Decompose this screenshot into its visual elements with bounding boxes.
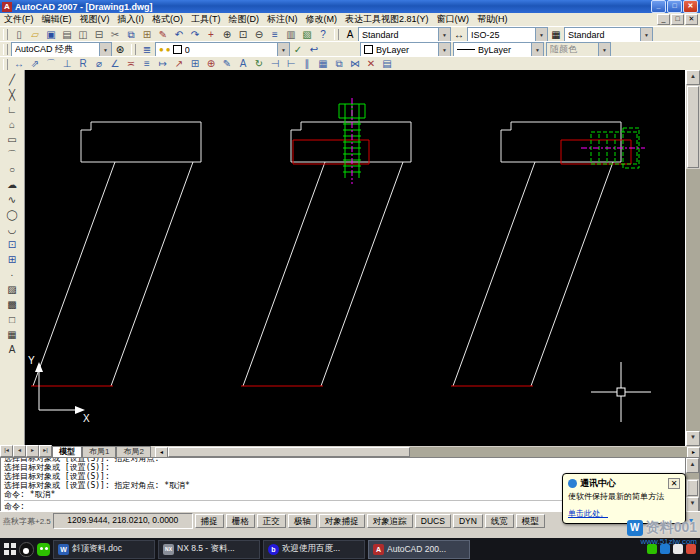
menu-item[interactable]: 插入(I): [114, 13, 149, 26]
match-properties-icon[interactable]: ✎: [155, 28, 171, 42]
mdi-close-button[interactable]: ✕: [685, 14, 698, 25]
canvas-vertical-scrollbar[interactable]: ▲ ▼: [685, 70, 700, 446]
insert-block-icon[interactable]: ⊡: [4, 237, 20, 252]
radius-dimension-icon[interactable]: R: [75, 57, 91, 71]
ordinate-dimension-icon[interactable]: ⊥: [59, 57, 75, 71]
table-icon[interactable]: ▦: [4, 327, 20, 342]
copy-icon[interactable]: ⧉: [123, 28, 139, 42]
menu-item[interactable]: 表达工具视图2.81(Y): [341, 13, 433, 26]
toolbar-grip[interactable]: [3, 59, 8, 70]
publish-icon[interactable]: ⊟: [91, 28, 107, 42]
point-icon[interactable]: ∙: [4, 267, 20, 282]
layer-properties-icon[interactable]: ≣: [139, 43, 155, 57]
menu-item[interactable]: 标注(N): [263, 13, 302, 26]
hatch-icon[interactable]: ▨: [4, 282, 20, 297]
gradient-icon[interactable]: ▩: [4, 297, 20, 312]
layer-select[interactable]: ●● 0: [155, 42, 290, 57]
chevron-down-icon[interactable]: [277, 43, 289, 56]
status-toggle-button[interactable]: 线宽: [485, 514, 514, 528]
chevron-down-icon[interactable]: [535, 28, 547, 41]
chevron-down-icon[interactable]: [531, 43, 543, 56]
ellipse-arc-icon[interactable]: ◡: [4, 222, 20, 237]
scrollbar-track[interactable]: [686, 473, 699, 479]
scroll-up-icon[interactable]: ▲: [686, 458, 699, 473]
status-toggle-button[interactable]: 模型: [516, 514, 545, 528]
drawing-canvas[interactable]: Y X: [25, 70, 685, 446]
dimension-text-edit-icon[interactable]: A: [235, 57, 251, 71]
taskbar-item-nx[interactable]: NX NX 8.5 - 资料...: [158, 540, 260, 559]
arc-length-icon[interactable]: ⌒: [43, 57, 59, 71]
center-mark-icon[interactable]: ⊕: [203, 57, 219, 71]
rectangle-icon[interactable]: ▭: [4, 132, 20, 147]
workspace-settings-icon[interactable]: ⊛: [112, 43, 128, 57]
menu-item[interactable]: 帮助(H): [473, 13, 512, 26]
dim-style-icon[interactable]: ↔: [451, 28, 467, 42]
model-space-canvas[interactable]: Y X: [25, 70, 685, 446]
scroll-down-icon[interactable]: ▼: [686, 497, 699, 512]
tab-prev-icon[interactable]: ◂: [13, 445, 26, 457]
status-toggle-button[interactable]: 正交: [257, 514, 286, 528]
canvas-horizontal-scrollbar[interactable]: ◂ ▸: [155, 447, 700, 457]
help-icon[interactable]: ?: [315, 28, 331, 42]
menu-item[interactable]: 工具(T): [187, 13, 225, 26]
save-icon[interactable]: ▣: [43, 28, 59, 42]
coordinates-readout[interactable]: 1209.9444, 218.0210, 0.0000: [53, 513, 193, 529]
angular-dimension-icon[interactable]: ∠: [107, 57, 123, 71]
workspace-select[interactable]: AutoCAD 经典: [11, 42, 112, 57]
tab-layout1[interactable]: 布局1: [82, 446, 116, 457]
scroll-up-icon[interactable]: ▲: [686, 70, 700, 85]
dim-style-select[interactable]: ISO-25: [467, 27, 548, 42]
diameter-dimension-icon[interactable]: ⌀: [91, 57, 107, 71]
chevron-down-icon[interactable]: [99, 43, 111, 56]
plot-preview-icon[interactable]: ◫: [75, 28, 91, 42]
tab-layout2[interactable]: 布局2: [116, 446, 150, 457]
erase-icon[interactable]: ✕: [363, 57, 379, 71]
status-toggle-button[interactable]: 极轴: [288, 514, 317, 528]
taskbar-item-browser[interactable]: b 欢迎使用百度...: [263, 540, 365, 559]
tab-model[interactable]: 模型: [52, 446, 82, 457]
arc-icon[interactable]: ⌒: [4, 147, 20, 162]
minimize-button[interactable]: _: [651, 0, 666, 13]
zoom-realtime-icon[interactable]: ⊕: [219, 28, 235, 42]
aligned-dimension-icon[interactable]: ⇗: [27, 57, 43, 71]
text-style-select[interactable]: Standard: [358, 27, 451, 42]
layer-previous-icon[interactable]: ↩: [306, 43, 322, 57]
line-icon[interactable]: ╱: [4, 72, 20, 87]
spline-icon[interactable]: ∿: [4, 192, 20, 207]
menu-item[interactable]: 文件(F): [0, 13, 38, 26]
continue-dimension-icon[interactable]: ↦: [155, 57, 171, 71]
make-block-icon[interactable]: ⊞: [4, 252, 20, 267]
menu-item[interactable]: 窗口(W): [433, 13, 474, 26]
tab-first-icon[interactable]: |◂: [0, 445, 13, 457]
trim-icon[interactable]: ⊣: [267, 57, 283, 71]
offset-icon[interactable]: ∥: [299, 57, 315, 71]
new-file-icon[interactable]: ▯: [11, 28, 27, 42]
balloon-close-icon[interactable]: ✕: [668, 478, 680, 489]
command-scrollbar[interactable]: ▲ ▼: [685, 458, 699, 512]
dimension-edit-icon[interactable]: ✎: [219, 57, 235, 71]
circle-icon[interactable]: ○: [4, 162, 20, 177]
qq-icon[interactable]: [19, 542, 34, 557]
status-toggle-button[interactable]: 栅格: [226, 514, 255, 528]
plot-icon[interactable]: ▤: [59, 28, 75, 42]
windows-start-icon[interactable]: [4, 543, 16, 555]
balloon-link[interactable]: 单击此处。: [568, 509, 608, 518]
baseline-dimension-icon[interactable]: ≡: [139, 57, 155, 71]
close-button[interactable]: ✕: [683, 0, 698, 13]
tool-palettes-icon[interactable]: ▧: [299, 28, 315, 42]
multiline-text-icon[interactable]: A: [4, 342, 20, 357]
menu-item[interactable]: 绘图(D): [225, 13, 264, 26]
scrollbar-thumb[interactable]: [168, 447, 410, 457]
leader-icon[interactable]: ↗: [171, 57, 187, 71]
status-toggle-button[interactable]: DYN: [453, 514, 483, 528]
taskbar-item-word-doc[interactable]: W 斜顶资料.doc: [53, 540, 155, 559]
toolbar-grip[interactable]: [3, 29, 8, 40]
zoom-window-icon[interactable]: ⊡: [235, 28, 251, 42]
construction-line-icon[interactable]: ╳: [4, 87, 20, 102]
properties-icon[interactable]: ≡: [267, 28, 283, 42]
menu-item[interactable]: 格式(O): [148, 13, 187, 26]
open-folder-icon[interactable]: ▱: [27, 28, 43, 42]
status-toggle-button[interactable]: 对象追踪: [367, 514, 413, 528]
menu-item[interactable]: 视图(V): [76, 13, 114, 26]
chevron-down-icon[interactable]: [438, 28, 450, 41]
